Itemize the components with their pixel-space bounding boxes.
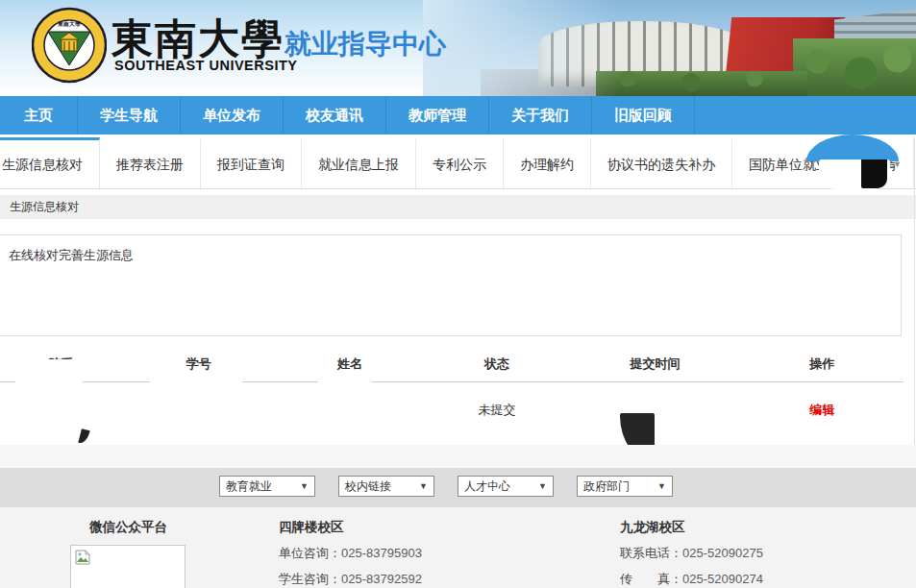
main-navbar: 主页 学生导航 单位发布 校友通讯 教师管理 关于我们 旧版回顾 bbox=[0, 96, 916, 135]
employment-center-page: 東南大學 東南大學 SOUTHEAST UNIVERSITY 就业指导中心 主页… bbox=[0, 0, 916, 588]
tab-contract-cancel[interactable]: 办理解约 bbox=[504, 137, 591, 189]
col-header-name: 姓名 bbox=[276, 355, 425, 373]
nav-item-about[interactable]: 关于我们 bbox=[489, 96, 592, 135]
col-header-submit-time: 提交时间 bbox=[569, 355, 741, 373]
sub-tabbar: 生源信息核对 推荐表注册 报到证查询 就业信息上报 专利公示 办理解约 协议书的… bbox=[0, 137, 916, 189]
select-talent-center[interactable]: 人才中心 ▼ bbox=[458, 476, 554, 497]
intro-box: 在线核对完善生源信息 bbox=[0, 234, 902, 336]
campus1-title: 四牌楼校区 bbox=[279, 519, 344, 536]
col-header-status: 状态 bbox=[425, 355, 569, 373]
dropdown-caret-icon: ▼ bbox=[300, 477, 309, 496]
tab-patent-notice[interactable]: 专利公示 bbox=[416, 137, 504, 189]
section-titlebar: 生源信息核对 bbox=[0, 195, 916, 219]
site-header: 東南大學 東南大學 SOUTHEAST UNIVERSITY 就业指导中心 bbox=[0, 0, 916, 96]
spacer-band bbox=[0, 445, 916, 468]
tab-agreement-reissue[interactable]: 协议书的遗失补办 bbox=[591, 137, 732, 189]
page-title: 生源信息核对 bbox=[10, 200, 79, 213]
tab-employment-report[interactable]: 就业信息上报 bbox=[302, 137, 416, 189]
col-header-action: 操作 bbox=[741, 355, 904, 373]
nav-item-old-version[interactable]: 旧版回顾 bbox=[592, 96, 695, 135]
select-government[interactable]: 政府部门 ▼ bbox=[577, 476, 673, 497]
campus-photo bbox=[423, 0, 916, 96]
site-title: 就业指导中心 bbox=[285, 26, 446, 62]
nav-item-alumni[interactable]: 校友通讯 bbox=[284, 96, 386, 135]
container-right-border bbox=[914, 137, 915, 445]
student-info-table: 院系 学号 姓名 状态 提交时间 操作 未提交 编辑 bbox=[0, 346, 904, 438]
dropdown-caret-icon: ▼ bbox=[419, 477, 428, 496]
select-campus-links[interactable]: 校内链接 ▼ bbox=[338, 476, 434, 497]
nav-item-student[interactable]: 学生导航 bbox=[78, 96, 181, 135]
page-footer: 微信公众平台 四牌楼校区 单位咨询：025-83795903 学生咨询：025-… bbox=[0, 507, 916, 588]
redaction-department-value bbox=[78, 429, 89, 445]
redaction-black-square bbox=[861, 159, 887, 188]
campus2-fax: 传 真：025-52090274 bbox=[620, 571, 763, 588]
nav-item-teacher[interactable]: 教师管理 bbox=[386, 96, 489, 135]
tab-recommend-form[interactable]: 推荐表注册 bbox=[100, 137, 201, 189]
table-header-row: 院系 学号 姓名 状态 提交时间 操作 bbox=[0, 346, 904, 382]
broken-image-icon bbox=[75, 550, 90, 565]
campus1-employer-phone: 单位咨询：025-83795903 bbox=[279, 545, 422, 562]
campus2-title: 九龙湖校区 bbox=[620, 519, 685, 536]
tab-registration-card[interactable]: 报到证查询 bbox=[201, 137, 302, 189]
table-row: 未提交 编辑 bbox=[0, 382, 904, 438]
campus2-contact-phone: 联系电话：025-52090275 bbox=[620, 545, 763, 562]
nav-item-home[interactable]: 主页 bbox=[0, 96, 78, 135]
user-menu-caret-icon[interactable]: ▼ bbox=[893, 159, 902, 169]
redaction-header-patch bbox=[43, 359, 103, 379]
dropdown-caret-icon: ▼ bbox=[657, 477, 666, 496]
wechat-qr-placeholder bbox=[70, 545, 186, 588]
cell-action: 编辑 bbox=[741, 402, 904, 419]
tab-source-info-check[interactable]: 生源信息核对 bbox=[0, 137, 100, 189]
university-name-en: SOUTHEAST UNIVERSITY bbox=[114, 58, 297, 73]
select-education-employment[interactable]: 教育就业 ▼ bbox=[219, 476, 315, 497]
edit-link[interactable]: 编辑 bbox=[809, 403, 834, 417]
col-header-student-id: 学号 bbox=[122, 355, 276, 373]
intro-text: 在线核对完善生源信息 bbox=[0, 235, 901, 264]
campus1-student-phone: 学生咨询：025-83792592 bbox=[279, 571, 422, 588]
wechat-platform-title: 微信公众平台 bbox=[89, 519, 167, 536]
university-logo-icon: 東南大學 bbox=[32, 7, 107, 84]
nav-item-employer[interactable]: 单位发布 bbox=[181, 96, 284, 135]
cell-status: 未提交 bbox=[425, 402, 569, 419]
dropdown-caret-icon: ▼ bbox=[538, 477, 547, 496]
svg-text:東南大學: 東南大學 bbox=[57, 20, 81, 28]
